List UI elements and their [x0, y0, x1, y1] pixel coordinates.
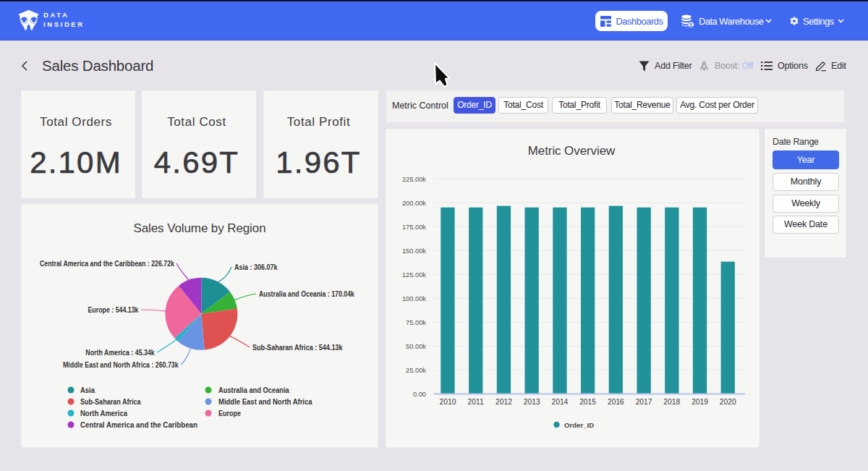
svg-text:75.00k: 75.00k: [406, 319, 426, 326]
svg-text:175.00k: 175.00k: [402, 224, 426, 231]
svg-text:2014: 2014: [551, 398, 568, 406]
svg-text:2020: 2020: [720, 398, 736, 406]
svg-text:2015: 2015: [579, 398, 596, 406]
svg-text:Order_ID: Order_ID: [564, 421, 594, 429]
svg-text:50.00k: 50.00k: [406, 343, 426, 350]
svg-text:2010: 2010: [440, 398, 456, 406]
svg-text:Sales Volume by Region: Sales Volume by Region: [133, 221, 265, 235]
svg-text:2017: 2017: [636, 398, 652, 406]
svg-text:2011: 2011: [468, 398, 484, 406]
svg-text:Australia and Oceania : 170.04: Australia and Oceania : 170.04k: [259, 290, 354, 298]
svg-text:125.00k: 125.00k: [402, 271, 426, 279]
svg-text:Middle East and North Africa: Middle East and North Africa: [218, 397, 312, 406]
svg-text:2013: 2013: [524, 398, 540, 406]
svg-text:100.00k: 100.00k: [402, 295, 426, 302]
svg-text:Sub-Saharan Africa : 544.13k: Sub-Saharan Africa : 544.13k: [252, 344, 343, 352]
svg-text:2012: 2012: [495, 398, 512, 406]
svg-text:2016: 2016: [608, 398, 624, 406]
svg-text:Middle East and North Africa :: Middle East and North Africa : 260.73k: [63, 361, 179, 369]
svg-text:Sub-Saharan Africa: Sub-Saharan Africa: [80, 397, 141, 406]
svg-text:Europe: Europe: [218, 409, 241, 417]
svg-text:Asia : 306.07k: Asia : 306.07k: [234, 263, 278, 271]
svg-text:2019: 2019: [692, 398, 708, 406]
svg-text:200.00k: 200.00k: [402, 200, 426, 207]
svg-text:Asia: Asia: [80, 386, 95, 394]
svg-text:Metric Overview: Metric Overview: [528, 144, 616, 158]
svg-text:Australia and Oceania: Australia and Oceania: [218, 386, 289, 394]
svg-text:Europe : 544.13k: Europe : 544.13k: [88, 306, 139, 314]
svg-text:25.00k: 25.00k: [406, 367, 426, 374]
svg-text:150.00k: 150.00k: [402, 247, 426, 255]
svg-text:North America : 45.34k: North America : 45.34k: [85, 349, 155, 357]
svg-text:Central America and the Caribb: Central America and the Caribbean: [80, 420, 197, 429]
svg-text:North America: North America: [80, 409, 127, 417]
svg-text:2018: 2018: [663, 398, 680, 406]
svg-text:225.00k: 225.00k: [402, 176, 426, 183]
svg-text:0.00: 0.00: [413, 391, 426, 398]
svg-text:Central America and the Caribb: Central America and the Caribbean : 226.…: [40, 260, 174, 268]
